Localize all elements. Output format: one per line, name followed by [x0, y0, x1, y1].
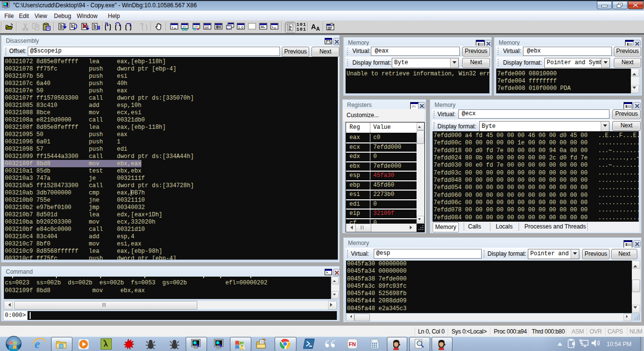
- svg-text:FN: FN: [349, 341, 356, 347]
- svg-text:1.0: 1.0: [238, 25, 244, 30]
